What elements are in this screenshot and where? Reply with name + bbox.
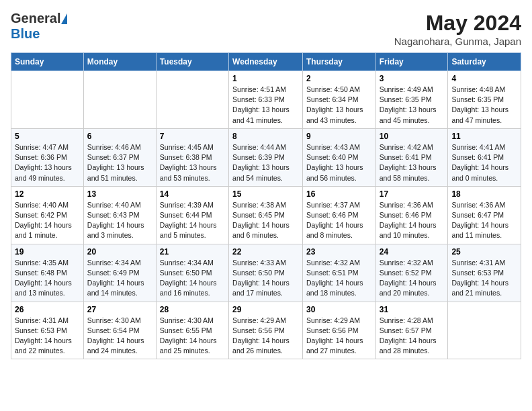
day-info: Sunrise: 4:40 AM Sunset: 6:42 PM Dayligh…: [15, 200, 80, 241]
day-number: 10: [380, 132, 445, 141]
calendar-cell: 27Sunrise: 4:30 AM Sunset: 6:54 PM Dayli…: [83, 302, 156, 359]
calendar-cell: 14Sunrise: 4:39 AM Sunset: 6:44 PM Dayli…: [156, 186, 228, 244]
logo: General Blue: [11, 11, 67, 42]
calendar-cell: 30Sunrise: 4:29 AM Sunset: 6:56 PM Dayli…: [302, 302, 375, 359]
day-number: 22: [232, 247, 299, 257]
day-number: 16: [306, 189, 372, 199]
day-info: Sunrise: 4:31 AM Sunset: 6:53 PM Dayligh…: [15, 316, 80, 357]
calendar-cell: 26Sunrise: 4:31 AM Sunset: 6:53 PM Dayli…: [11, 302, 84, 359]
calendar-cell: 25Sunrise: 4:31 AM Sunset: 6:53 PM Dayli…: [448, 244, 521, 302]
day-number: 6: [87, 132, 152, 141]
day-number: 28: [160, 305, 225, 314]
calendar-cell: 24Sunrise: 4:32 AM Sunset: 6:52 PM Dayli…: [375, 244, 448, 302]
day-number: 7: [160, 132, 225, 141]
calendar-week-row: 12Sunrise: 4:40 AM Sunset: 6:42 PM Dayli…: [11, 186, 521, 244]
day-info: Sunrise: 4:44 AM Sunset: 6:39 PM Dayligh…: [232, 142, 299, 183]
day-info: Sunrise: 4:29 AM Sunset: 6:56 PM Dayligh…: [306, 316, 372, 357]
logo-general: General: [11, 11, 60, 26]
day-info: Sunrise: 4:31 AM Sunset: 6:53 PM Dayligh…: [451, 258, 517, 299]
day-number: 31: [380, 305, 445, 314]
day-info: Sunrise: 4:43 AM Sunset: 6:40 PM Dayligh…: [306, 142, 372, 183]
calendar-cell: 10Sunrise: 4:42 AM Sunset: 6:41 PM Dayli…: [375, 128, 448, 186]
logo-triangle-icon: [61, 13, 67, 24]
calendar-week-row: 19Sunrise: 4:35 AM Sunset: 6:48 PM Dayli…: [11, 244, 521, 302]
day-info: Sunrise: 4:39 AM Sunset: 6:44 PM Dayligh…: [160, 200, 225, 241]
location: Naganohara, Gunma, Japan: [394, 36, 521, 47]
day-number: 5: [15, 132, 80, 141]
weekday-header-friday: Friday: [375, 53, 448, 71]
calendar-cell: [448, 302, 521, 359]
day-number: 12: [15, 189, 80, 199]
month-title: May 2024: [394, 11, 521, 36]
day-number: 14: [160, 189, 225, 199]
day-info: Sunrise: 4:32 AM Sunset: 6:51 PM Dayligh…: [306, 258, 372, 299]
calendar-cell: 2Sunrise: 4:50 AM Sunset: 6:34 PM Daylig…: [302, 71, 375, 129]
weekday-header-tuesday: Tuesday: [156, 53, 228, 71]
day-info: Sunrise: 4:36 AM Sunset: 6:46 PM Dayligh…: [380, 200, 445, 241]
calendar-cell: [156, 71, 228, 129]
day-info: Sunrise: 4:33 AM Sunset: 6:50 PM Dayligh…: [232, 258, 299, 299]
day-number: 19: [15, 247, 80, 257]
day-info: Sunrise: 4:29 AM Sunset: 6:56 PM Dayligh…: [232, 316, 299, 357]
calendar-cell: 29Sunrise: 4:29 AM Sunset: 6:56 PM Dayli…: [229, 302, 303, 359]
day-info: Sunrise: 4:34 AM Sunset: 6:50 PM Dayligh…: [160, 258, 225, 299]
calendar-cell: 22Sunrise: 4:33 AM Sunset: 6:50 PM Dayli…: [229, 244, 303, 302]
day-number: 25: [451, 247, 517, 257]
calendar-cell: 3Sunrise: 4:49 AM Sunset: 6:35 PM Daylig…: [375, 71, 448, 129]
day-info: Sunrise: 4:38 AM Sunset: 6:45 PM Dayligh…: [232, 200, 299, 241]
day-number: 2: [306, 74, 372, 83]
day-number: 17: [380, 189, 445, 199]
weekday-header-thursday: Thursday: [302, 53, 375, 71]
page-header: General Blue May 2024 Naganohara, Gunma,…: [11, 11, 521, 47]
calendar-cell: 7Sunrise: 4:45 AM Sunset: 6:38 PM Daylig…: [156, 128, 228, 186]
logo-blue: Blue: [11, 26, 40, 42]
calendar-cell: [11, 71, 84, 129]
day-info: Sunrise: 4:49 AM Sunset: 6:35 PM Dayligh…: [380, 85, 445, 126]
day-info: Sunrise: 4:40 AM Sunset: 6:43 PM Dayligh…: [87, 200, 152, 241]
calendar-cell: 16Sunrise: 4:37 AM Sunset: 6:46 PM Dayli…: [302, 186, 375, 244]
day-number: 11: [451, 132, 517, 141]
weekday-header-wednesday: Wednesday: [229, 53, 303, 71]
weekday-header-row: SundayMondayTuesdayWednesdayThursdayFrid…: [11, 53, 521, 71]
day-info: Sunrise: 4:34 AM Sunset: 6:49 PM Dayligh…: [87, 258, 152, 299]
day-number: 1: [232, 74, 299, 83]
calendar-cell: 6Sunrise: 4:46 AM Sunset: 6:37 PM Daylig…: [83, 128, 156, 186]
day-info: Sunrise: 4:28 AM Sunset: 6:57 PM Dayligh…: [380, 316, 445, 357]
calendar-header: SundayMondayTuesdayWednesdayThursdayFrid…: [11, 53, 521, 71]
day-info: Sunrise: 4:32 AM Sunset: 6:52 PM Dayligh…: [380, 258, 445, 299]
calendar-cell: 18Sunrise: 4:36 AM Sunset: 6:47 PM Dayli…: [448, 186, 521, 244]
day-number: 3: [380, 74, 445, 83]
day-number: 18: [451, 189, 517, 199]
calendar-cell: 23Sunrise: 4:32 AM Sunset: 6:51 PM Dayli…: [302, 244, 375, 302]
day-info: Sunrise: 4:50 AM Sunset: 6:34 PM Dayligh…: [306, 85, 372, 126]
day-number: 29: [232, 305, 299, 314]
calendar-cell: 31Sunrise: 4:28 AM Sunset: 6:57 PM Dayli…: [375, 302, 448, 359]
weekday-header-monday: Monday: [83, 53, 156, 71]
calendar-cell: 21Sunrise: 4:34 AM Sunset: 6:50 PM Dayli…: [156, 244, 228, 302]
calendar-cell: 28Sunrise: 4:30 AM Sunset: 6:55 PM Dayli…: [156, 302, 228, 359]
day-number: 21: [160, 247, 225, 257]
calendar-cell: 1Sunrise: 4:51 AM Sunset: 6:33 PM Daylig…: [229, 71, 303, 129]
calendar-cell: 19Sunrise: 4:35 AM Sunset: 6:48 PM Dayli…: [11, 244, 84, 302]
calendar-cell: 15Sunrise: 4:38 AM Sunset: 6:45 PM Dayli…: [229, 186, 303, 244]
calendar-cell: 4Sunrise: 4:48 AM Sunset: 6:35 PM Daylig…: [448, 71, 521, 129]
day-number: 30: [306, 305, 372, 314]
calendar-body: 1Sunrise: 4:51 AM Sunset: 6:33 PM Daylig…: [11, 71, 521, 359]
calendar-week-row: 26Sunrise: 4:31 AM Sunset: 6:53 PM Dayli…: [11, 302, 521, 359]
calendar-cell: 11Sunrise: 4:41 AM Sunset: 6:41 PM Dayli…: [448, 128, 521, 186]
weekday-header-saturday: Saturday: [448, 53, 521, 71]
day-info: Sunrise: 4:36 AM Sunset: 6:47 PM Dayligh…: [451, 200, 517, 241]
calendar-week-row: 1Sunrise: 4:51 AM Sunset: 6:33 PM Daylig…: [11, 71, 521, 129]
calendar-cell: 9Sunrise: 4:43 AM Sunset: 6:40 PM Daylig…: [302, 128, 375, 186]
day-info: Sunrise: 4:48 AM Sunset: 6:35 PM Dayligh…: [451, 85, 517, 126]
day-number: 15: [232, 189, 299, 199]
day-info: Sunrise: 4:47 AM Sunset: 6:36 PM Dayligh…: [15, 142, 80, 183]
day-info: Sunrise: 4:30 AM Sunset: 6:55 PM Dayligh…: [160, 316, 225, 357]
day-number: 13: [87, 189, 152, 199]
day-number: 26: [15, 305, 80, 314]
day-info: Sunrise: 4:37 AM Sunset: 6:46 PM Dayligh…: [306, 200, 372, 241]
day-info: Sunrise: 4:51 AM Sunset: 6:33 PM Dayligh…: [232, 85, 299, 126]
day-number: 27: [87, 305, 152, 314]
calendar-week-row: 5Sunrise: 4:47 AM Sunset: 6:36 PM Daylig…: [11, 128, 521, 186]
day-info: Sunrise: 4:30 AM Sunset: 6:54 PM Dayligh…: [87, 316, 152, 357]
